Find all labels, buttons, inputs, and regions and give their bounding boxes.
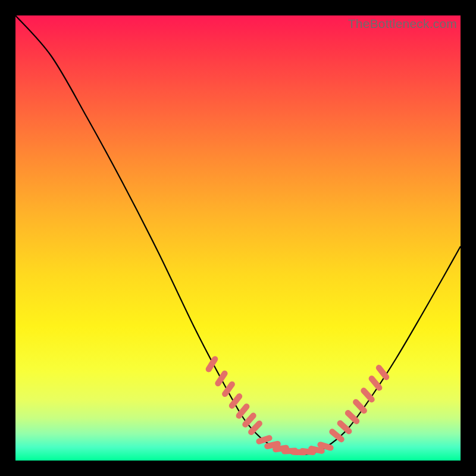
chart-plot-area: TheBottleneck.com <box>15 15 461 461</box>
dash-marker <box>348 413 356 421</box>
dash-marker <box>320 444 330 447</box>
chart-svg <box>15 15 461 461</box>
dash-marker <box>364 391 371 400</box>
dash-markers <box>209 359 387 453</box>
dash-marker <box>332 432 341 440</box>
dash-marker <box>340 423 349 431</box>
dash-marker <box>267 444 278 446</box>
dash-marker <box>379 368 386 377</box>
dash-marker <box>239 406 247 415</box>
curve-line <box>15 15 461 455</box>
dash-marker <box>209 359 215 369</box>
dash-marker <box>245 416 253 425</box>
dash-marker <box>372 378 380 387</box>
dash-marker <box>259 438 269 441</box>
watermark-text: TheBottleneck.com <box>348 17 457 31</box>
dash-marker <box>311 449 322 451</box>
dash-marker <box>225 384 232 394</box>
dash-marker <box>251 424 259 432</box>
dash-marker <box>356 402 364 411</box>
dash-marker <box>232 396 239 406</box>
